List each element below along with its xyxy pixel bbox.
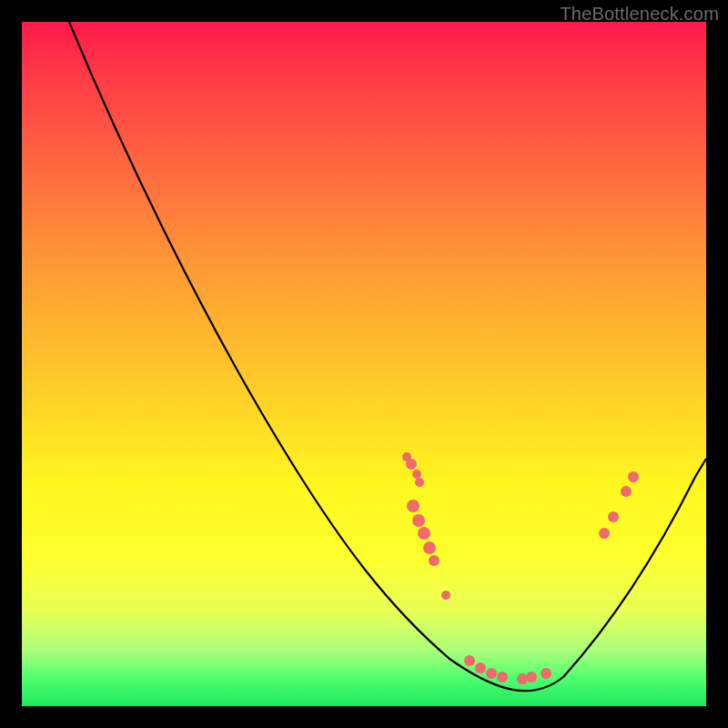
scatter-point xyxy=(541,668,551,679)
watermark-text: TheBottleneck.com xyxy=(560,4,719,25)
scatter-point xyxy=(497,672,508,682)
scatter-point xyxy=(441,591,450,600)
scatter-point xyxy=(423,541,436,554)
scatter-point xyxy=(599,528,610,539)
scatter-point xyxy=(464,655,475,666)
scatter-point xyxy=(412,470,421,479)
scatter-point xyxy=(407,500,420,512)
scatter-point xyxy=(608,511,619,522)
scatter-point xyxy=(412,514,425,527)
scatter-point xyxy=(621,486,632,497)
chart-plot-area xyxy=(22,22,706,706)
chart-svg xyxy=(22,22,706,706)
scatter-point xyxy=(475,662,486,673)
scatter-point xyxy=(517,673,528,684)
scatter-point xyxy=(406,459,417,470)
scatter-point xyxy=(415,478,424,487)
scatter-point xyxy=(628,471,639,482)
scatter-point xyxy=(429,555,440,566)
scatter-point xyxy=(418,527,430,540)
scatter-point xyxy=(486,668,497,679)
bottleneck-curve xyxy=(69,22,706,691)
scatter-point xyxy=(526,672,537,682)
